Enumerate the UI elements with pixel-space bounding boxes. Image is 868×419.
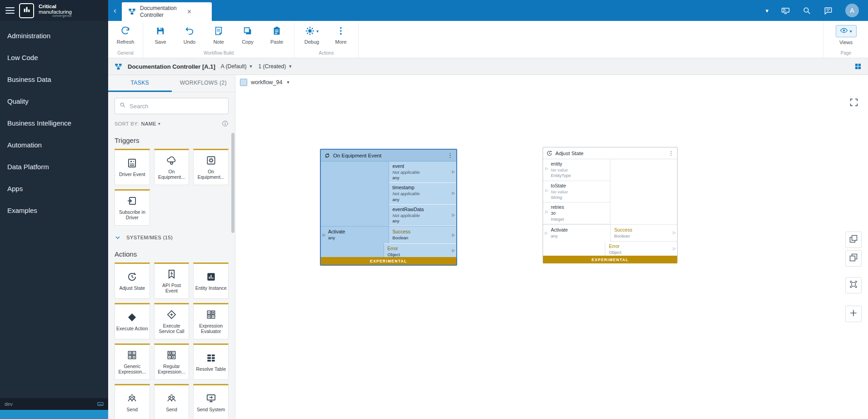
task-card-regular-expression[interactable]: Regular Expression... [154,343,190,380]
workflow-canvas[interactable]: workflow_94 ▼ On Equipment Event ⋮ event… [235,75,868,419]
port-connector-icon[interactable]: ▷ [673,247,676,251]
state-dropdown[interactable]: 1 (Created)▼ [258,63,292,70]
port-connector-icon[interactable]: ▷ [452,170,455,174]
grid-view-button[interactable] [854,63,862,70]
port-row-tostate[interactable]: toState No value String ▷ [543,181,610,203]
port-row-error[interactable]: Error Object ▷ [384,243,457,257]
fit-view-button[interactable] [845,277,862,293]
eye-icon [840,26,848,36]
task-card-driver-event[interactable]: Driver Event [115,149,150,185]
copy-icon [243,26,253,36]
task-card-api-post-event[interactable]: API Post Event [154,263,190,299]
layers-front-icon [849,234,858,245]
port-connector-icon[interactable]: ▷ [673,231,676,235]
tab-documentation-controller[interactable]: Documentation Controller × [122,2,212,21]
node-adjust-state[interactable]: Adjust State ⋮ entity No value EntityTyp… [543,147,678,263]
port-connector-icon[interactable]: ▷ [323,233,325,237]
port-row-activate[interactable]: ▷ Activate any [321,227,389,243]
ribbon-debug-button[interactable]: ▾ Debug [297,21,326,49]
bring-forward-button[interactable] [845,232,862,248]
dock-icon[interactable] [97,401,104,407]
tab-scroll-left-icon[interactable]: ‹ [108,0,122,21]
sidebar-item-apps[interactable]: Apps [0,177,108,199]
port-connector-icon[interactable]: ▷ [452,233,455,237]
port-row-event[interactable]: event Not applicable any ▷ [389,162,457,183]
node-menu-button[interactable]: ⋮ [447,152,453,159]
port-row-timestamp[interactable]: timestamp Not applicable any ▷ [389,183,457,204]
task-card-on-equipment[interactable]: On Equipment... [154,149,190,185]
port-row-success[interactable]: Success Boolean ▷ [389,227,457,243]
sidebar-item-administration[interactable]: Administration [0,25,108,46]
node-on-equipment-event[interactable]: On Equipment Event ⋮ event Not applicabl… [320,149,457,266]
ribbon-group-page: ▾ Views Page [823,21,868,58]
ribbon-refresh-button[interactable]: Refresh [111,21,140,49]
port-row-retries[interactable]: retries 30 Integer ▷ [543,202,610,224]
ribbon-undo-button[interactable]: Undo [175,21,204,49]
port-connector-icon[interactable]: ▷ [545,189,548,192]
ribbon-copy-button[interactable]: Copy [233,21,262,49]
task-card-send-system[interactable]: Send System [193,384,229,419]
caret-down-icon: ▼ [249,64,253,69]
ribbon-save-button[interactable]: Save [146,21,175,49]
version-dropdown[interactable]: A (Default)▼ [221,63,253,70]
equipment-box-icon [206,155,216,166]
port-connector-icon[interactable]: ▷ [452,192,455,195]
task-card-execute-action[interactable]: Execute Action [115,303,150,339]
port-row-activate[interactable]: ▷ Activate any [543,224,611,242]
sort-by-dropdown[interactable]: NAME▾ [141,121,160,126]
task-card-expression-evaluator[interactable]: Expression Evaluator [193,303,229,339]
port-connector-icon[interactable]: ▷ [452,249,455,252]
scanner-icon[interactable] [781,6,790,15]
workflow-selector[interactable]: workflow_94 ▼ [240,79,290,86]
sidebar-item-examples[interactable]: Examples [0,199,108,221]
sidebar-item-quality[interactable]: Quality [0,90,108,112]
task-card-adjust-state[interactable]: Adjust State [115,263,150,299]
port-connector-icon[interactable]: ▷ [545,167,548,171]
chat-icon[interactable] [824,6,833,15]
port-row-success[interactable]: Success Boolean ▷ [611,224,678,242]
ribbon-paste-button[interactable]: Paste [262,21,291,49]
port-row-entity[interactable]: entity No value EntityType ▷ [543,159,610,181]
task-card-execute-service-call[interactable]: Execute Service Call [154,303,190,339]
search-input[interactable] [130,103,224,110]
close-tab-icon[interactable]: × [187,8,191,16]
hamburger-menu-icon[interactable] [5,7,15,14]
tab-tasks[interactable]: TASKS [108,75,172,92]
node-menu-button[interactable]: ⋮ [668,150,674,156]
port-row-eventrawdata[interactable]: eventRawData Not applicable any ▷ [389,205,457,226]
fullscreen-button[interactable] [846,96,862,111]
task-card-entity-instance[interactable]: Entity Instance [193,263,229,299]
task-card-generic-expression[interactable]: Generic Expression... [115,343,150,380]
caret-down-icon: ▾ [316,29,319,34]
zoom-in-button[interactable] [845,306,862,322]
collapsible-system-mes[interactable]: SYSTEM/MES (15) [115,234,229,241]
task-card-resolve-table[interactable]: Resolve Table [193,343,229,380]
brand-area: Critical manufacturing convergence [0,0,108,21]
views-button[interactable]: ▾ [836,25,857,37]
task-card-on-equipment[interactable]: On Equipment... [193,149,229,185]
sidebar-item-low-code[interactable]: Low Code [0,46,108,68]
sidebar-item-automation[interactable]: Automation [0,134,108,156]
send-backward-button[interactable] [845,250,862,267]
info-icon[interactable] [222,120,229,127]
port-connector-icon[interactable]: ▷ [452,213,455,217]
port-connector-icon[interactable]: ▷ [545,232,548,235]
search-icon[interactable] [803,6,811,15]
task-card-send[interactable]: Send [154,384,190,419]
avatar[interactable]: A [845,4,859,17]
caret-down-icon[interactable]: ▾ [765,7,768,14]
panel-scrollbar[interactable] [231,133,234,233]
task-card-send[interactable]: Send [115,384,150,419]
sidebar-bottom-strip[interactable] [0,410,108,419]
sidebar-item-business-data[interactable]: Business Data [0,68,108,90]
ribbon-more-button[interactable]: More [326,21,355,49]
port-connector-icon[interactable]: ▷ [545,210,548,214]
topbar: Critical manufacturing convergence ‹ Doc… [0,0,868,21]
sidebar-item-data-platform[interactable]: Data Platform [0,156,108,177]
port-row-error[interactable]: Error Object ▷ [605,242,677,256]
tab-workflows[interactable]: WORKFLOWS (2) [172,75,235,92]
caret-down-icon: ▾ [158,121,160,126]
ribbon-note-button[interactable]: Note [204,21,233,49]
task-card-subscribe-in-driver[interactable]: Subscribe in Driver [115,189,150,226]
sidebar-item-business-intelligence[interactable]: Business Intelligence [0,112,108,134]
